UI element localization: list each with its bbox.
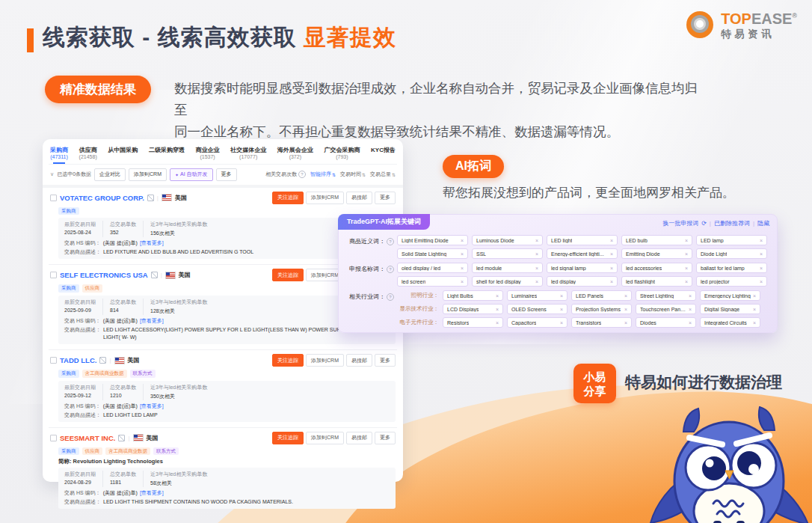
company-button-添加到CRM[interactable]: 添加到CRM (306, 192, 344, 204)
remove-keyword-icon[interactable]: × (689, 320, 692, 325)
remove-keyword-icon[interactable]: × (610, 279, 613, 284)
company-button-易搜邮[interactable]: 易搜邮 (346, 354, 372, 367)
external-link-icon[interactable] (118, 435, 125, 441)
view-more-link[interactable]: [查看更多] (140, 317, 164, 325)
remove-keyword-icon[interactable]: × (760, 279, 763, 284)
sort-arrows-icon: ⇅ (362, 172, 366, 177)
remove-keyword-icon[interactable]: × (685, 266, 688, 271)
toolbar-button-AI 自动开发[interactable]: ✦AI 自动开发 (170, 168, 213, 181)
tag-采购商: 采购商 (58, 207, 79, 215)
remove-keyword-icon[interactable]: × (535, 251, 538, 257)
remove-keyword-icon[interactable]: × (753, 293, 756, 299)
tab-供应商[interactable]: 供应商(21458) (79, 144, 97, 164)
company-name[interactable]: SELF ELECTRONICS USA (60, 271, 148, 279)
action-separator: | (710, 220, 711, 227)
keyword-tag: led projector× (696, 276, 767, 287)
external-link-icon[interactable] (147, 195, 154, 201)
remove-keyword-icon[interactable]: × (760, 238, 763, 243)
company-button-添加到CRM[interactable]: 添加到CRM (306, 354, 344, 367)
remove-keyword-icon[interactable]: × (496, 293, 499, 299)
description-label: 交易商品描述： (64, 248, 101, 256)
company-name[interactable]: TADD LLC. (60, 356, 96, 364)
company-button-更多[interactable]: 更多 (375, 432, 396, 444)
remove-keyword-icon[interactable]: × (535, 266, 538, 271)
tab-商业企业[interactable]: 商业企业(1537) (196, 144, 220, 164)
remove-keyword-icon[interactable]: × (461, 238, 464, 243)
tab-采购商[interactable]: 采购商(47311) (50, 144, 68, 164)
tab-社交媒体企业[interactable]: 社交媒体企业(17077) (230, 144, 266, 164)
refresh-icon[interactable]: ⟳ (701, 220, 707, 227)
tradegpt-action-已删除推荐词[interactable]: 已删除推荐词 (714, 219, 750, 227)
caret-down-icon[interactable]: ∨ (50, 171, 54, 177)
remove-keyword-icon[interactable]: × (753, 307, 756, 312)
remove-keyword-icon[interactable]: × (560, 320, 563, 325)
row-checkbox[interactable] (50, 357, 57, 364)
remove-keyword-icon[interactable]: × (760, 266, 763, 271)
company-button-关注追踪[interactable]: 关注追踪 (272, 269, 304, 281)
remove-keyword-icon[interactable]: × (610, 251, 613, 257)
tag-含工商或商业数据: 含工商或商业数据 (82, 370, 127, 378)
remove-keyword-icon[interactable]: × (560, 293, 563, 299)
stat-value: 128次相关 (150, 308, 207, 315)
company-button-易搜邮[interactable]: 易搜邮 (346, 432, 372, 444)
sort-交易时间[interactable]: 交易时间⇅ (340, 171, 366, 178)
remove-keyword-icon[interactable]: × (624, 293, 627, 299)
remove-keyword-icon[interactable]: × (496, 307, 499, 312)
remove-keyword-icon[interactable]: × (535, 238, 538, 243)
remove-keyword-icon[interactable]: × (624, 307, 627, 312)
company-button-易搜邮[interactable]: 易搜邮 (346, 192, 372, 204)
view-more-link[interactable]: [查看更多] (140, 403, 164, 410)
remove-keyword-icon[interactable]: × (461, 266, 464, 271)
remove-keyword-icon[interactable]: × (760, 251, 763, 257)
external-link-icon[interactable] (99, 357, 106, 364)
toolbar-button-更多[interactable]: 更多 (216, 168, 237, 181)
company-name[interactable]: VOTATEC GROUP CORP. (60, 194, 144, 202)
tab-海外展会企业[interactable]: 海外展会企业(372) (277, 144, 313, 164)
remove-keyword-icon[interactable]: × (610, 238, 613, 243)
tag-含工商或商业数据: 含工商或商业数据 (105, 447, 150, 456)
remove-keyword-icon[interactable]: × (461, 251, 464, 257)
remove-keyword-icon[interactable]: × (560, 307, 563, 312)
row-checkbox[interactable] (50, 272, 57, 278)
separator: | (128, 435, 129, 441)
related-trades-label: 相关交易次数 (265, 171, 297, 178)
remove-keyword-icon[interactable]: × (685, 251, 688, 257)
tradegpt-action-换一批申报词[interactable]: 换一批申报词 (662, 219, 698, 227)
remove-keyword-icon[interactable]: × (685, 238, 688, 243)
description-line: 交易商品描述：LED LIGHT LED LAMP (64, 412, 390, 419)
remove-keyword-icon[interactable]: × (461, 279, 464, 284)
keyword-text: Projection Systems (576, 307, 621, 312)
remove-keyword-icon[interactable]: × (689, 293, 692, 299)
toolbar-button-添加到CRM[interactable]: 添加到CRM (129, 168, 167, 181)
keyword-tag: Emitting Diode× (621, 248, 692, 259)
company-button-更多[interactable]: 更多 (375, 192, 396, 204)
company-button-关注追踪[interactable]: 关注追踪 (272, 432, 304, 444)
share-title: 特易如何进行数据治理 (625, 372, 782, 393)
remove-keyword-icon[interactable]: × (624, 320, 627, 325)
tab-广交会采购商[interactable]: 广交会采购商(793) (324, 144, 360, 164)
remove-keyword-icon[interactable]: × (753, 320, 756, 325)
sort-交易总量[interactable]: 交易总量⇅ (370, 171, 396, 178)
tab-从中国采购[interactable]: 从中国采购 (108, 144, 138, 164)
remove-keyword-icon[interactable]: × (685, 279, 688, 284)
company-button-关注追踪[interactable]: 关注追踪 (272, 354, 304, 367)
remove-keyword-icon[interactable]: × (610, 266, 613, 271)
tab-二级采购穿透[interactable]: 二级采购穿透 (149, 144, 185, 164)
remove-keyword-icon[interactable]: × (535, 279, 538, 284)
view-more-link[interactable]: [查看更多] (140, 489, 164, 497)
toolbar-button-企业对比[interactable]: 企业对比 (94, 168, 126, 181)
company-button-关注追踪[interactable]: 关注追踪 (272, 192, 304, 204)
tab-KYC报告[interactable]: KYC报告 (371, 144, 396, 164)
row-checkbox[interactable] (50, 195, 57, 201)
company-name[interactable]: SEESMART INC. (60, 434, 115, 442)
external-link-icon[interactable] (151, 272, 158, 278)
sort-智能排序[interactable]: 智能排序⇅ (310, 171, 336, 178)
company-button-更多[interactable]: 更多 (375, 354, 396, 367)
tradegpt-action-隐藏[interactable]: 隐藏 (757, 219, 769, 227)
remove-keyword-icon[interactable]: × (689, 307, 692, 312)
company-button-添加到CRM[interactable]: 添加到CRM (306, 432, 344, 444)
row-checkbox[interactable] (50, 435, 57, 441)
sort-item-label: 交易总量 (370, 171, 391, 178)
view-more-link[interactable]: [查看更多] (140, 239, 164, 247)
remove-keyword-icon[interactable]: × (496, 320, 499, 325)
